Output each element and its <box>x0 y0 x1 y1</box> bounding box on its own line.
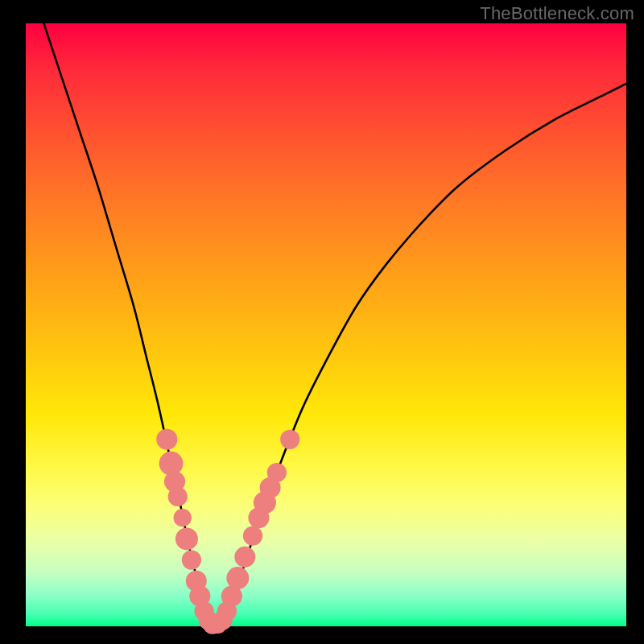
svg-point-5 <box>175 527 198 550</box>
marker-dots <box>156 429 299 634</box>
svg-point-16 <box>226 567 249 589</box>
svg-point-6 <box>182 550 201 569</box>
plot-area <box>26 23 626 626</box>
svg-point-0 <box>156 429 177 450</box>
svg-point-22 <box>267 463 287 482</box>
svg-point-18 <box>243 526 262 546</box>
svg-point-17 <box>234 547 255 568</box>
svg-point-4 <box>174 509 192 526</box>
chart-frame: TheBottleneck.com <box>0 0 644 644</box>
svg-point-3 <box>168 487 188 506</box>
curve-svg <box>26 23 626 626</box>
svg-point-23 <box>280 430 299 449</box>
watermark-text: TheBottleneck.com <box>480 3 634 24</box>
bottleneck-curve <box>43 23 626 627</box>
